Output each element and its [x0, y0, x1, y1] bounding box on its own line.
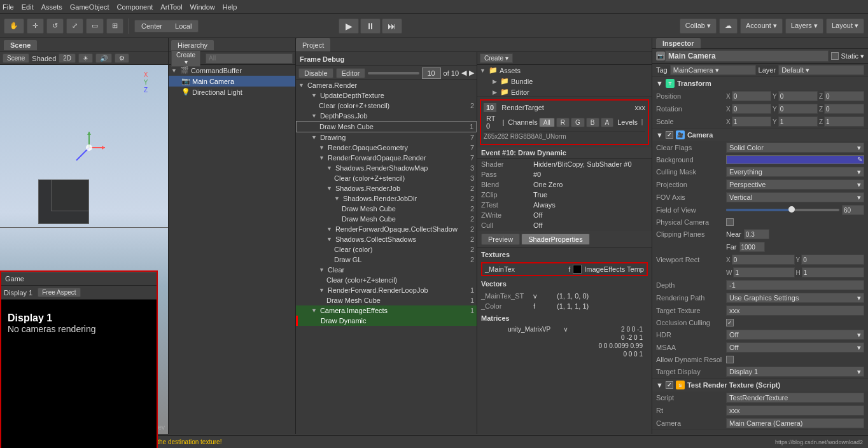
- debug-clear-color[interactable]: Clear (color)2: [296, 244, 477, 255]
- menu-edit[interactable]: Edit: [22, 3, 34, 11]
- ch-b-btn[interactable]: B: [586, 118, 599, 127]
- vp-w[interactable]: [733, 267, 794, 277]
- debug-forward-opaque[interactable]: ▼RenderForwardOpaque.Render7: [296, 153, 477, 163]
- debug-camera-render[interactable]: ▼Camera.Render: [296, 80, 477, 90]
- maintex-swatch[interactable]: [573, 265, 582, 274]
- disable-btn[interactable]: Disable: [298, 68, 333, 78]
- far-input[interactable]: [739, 242, 765, 252]
- scale-x-input[interactable]: [732, 116, 771, 127]
- pos-x-input[interactable]: [732, 91, 771, 101]
- scene-light-btn[interactable]: ☀: [78, 53, 93, 63]
- debug-render-loop[interactable]: ▼RenderForward.RenderLoopJob1: [296, 285, 477, 295]
- editor-btn[interactable]: Editor: [336, 68, 366, 78]
- menu-component[interactable]: Component: [116, 3, 153, 11]
- frame-debug-tab[interactable]: Frame Debug: [300, 55, 344, 63]
- object-name-input[interactable]: [665, 50, 829, 62]
- menu-gameobject[interactable]: GameObject: [70, 3, 109, 11]
- near-input[interactable]: [744, 229, 769, 239]
- fov-thumb[interactable]: [788, 206, 795, 213]
- color-edit-icon[interactable]: ✎: [857, 156, 862, 163]
- scene-tab[interactable]: Scene: [4, 40, 37, 50]
- script-script-field[interactable]: TestRenderTexture: [726, 393, 864, 403]
- vp-x[interactable]: [732, 255, 795, 265]
- debug-clear-4[interactable]: Clear (color+Z+stencil): [296, 275, 477, 285]
- cloud-button[interactable]: ☁: [719, 18, 738, 34]
- static-checkbox[interactable]: [831, 52, 839, 60]
- menu-arttool[interactable]: ArtTool: [160, 3, 182, 11]
- fov-slider[interactable]: [726, 209, 839, 211]
- tag-dropdown[interactable]: MainCamera ▾: [670, 65, 756, 75]
- hierarchy-item-maincamera[interactable]: 📷 Main Camera: [169, 76, 295, 87]
- clear-flags-dropdown[interactable]: Solid Color ▾: [726, 143, 864, 153]
- scene-audio-btn[interactable]: 🔊: [95, 53, 112, 63]
- debug-shadow-job-dir[interactable]: ▼Shadows.RenderJobDir2: [296, 193, 477, 204]
- occlusion-checkbox[interactable]: [726, 319, 734, 326]
- tool-scale[interactable]: ⤢: [66, 18, 83, 34]
- step-button[interactable]: ⏭: [382, 18, 402, 34]
- debug-clear-3[interactable]: ▼Clear: [296, 265, 477, 275]
- vp-y[interactable]: [801, 255, 864, 265]
- debug-drawing[interactable]: ▼Drawing7: [296, 132, 477, 143]
- projection-dropdown[interactable]: Perspective ▾: [726, 179, 864, 190]
- debug-draw-mesh-4[interactable]: Draw Mesh Cube1: [296, 295, 477, 305]
- script-enabled-checkbox[interactable]: [666, 381, 673, 389]
- tool-multi[interactable]: ⊞: [106, 18, 123, 34]
- hierarchy-item-commandbuffer[interactable]: ▼ 🎬 CommandBuffer: [169, 65, 295, 76]
- debug-image-effects[interactable]: ▼Camera.ImageEffects1: [296, 305, 477, 316]
- frame-next-btn[interactable]: ▶: [469, 69, 474, 77]
- debug-draw-mesh-3[interactable]: Draw Mesh Cube2: [296, 214, 477, 224]
- play-button[interactable]: ▶: [339, 18, 359, 34]
- pos-z-input[interactable]: [824, 91, 864, 101]
- allow-dynamic-checkbox[interactable]: [726, 356, 734, 363]
- target-display-dropdown[interactable]: Display 1 ▾: [726, 367, 864, 377]
- physical-camera-checkbox[interactable]: [726, 218, 734, 226]
- debug-clear-1[interactable]: Clear (color+Z+stencil)2: [296, 101, 477, 111]
- background-color-swatch[interactable]: ✎: [726, 155, 864, 164]
- menu-help[interactable]: Help: [223, 3, 237, 11]
- frame-slider[interactable]: [368, 72, 419, 74]
- pause-button[interactable]: ⏸: [360, 18, 381, 34]
- culling-mask-dropdown[interactable]: Everything ▾: [726, 167, 864, 177]
- scene-2d-btn[interactable]: 2D: [59, 53, 76, 63]
- debug-draw-gl[interactable]: Draw GL2: [296, 255, 477, 265]
- script-camera-field[interactable]: Main Camera (Camera): [726, 418, 864, 428]
- rot-z-input[interactable]: [824, 104, 864, 114]
- game-tab[interactable]: Game: [5, 275, 24, 283]
- scale-y-input[interactable]: [778, 116, 818, 127]
- script-header[interactable]: ▼ S Test Render Texture (Script): [652, 379, 868, 391]
- display-dropdown[interactable]: Display 1: [4, 289, 32, 297]
- menu-window[interactable]: Window: [190, 3, 215, 11]
- project-tab[interactable]: Project: [296, 38, 330, 52]
- tool-hand[interactable]: ✋: [4, 18, 24, 34]
- fov-value-input[interactable]: [842, 205, 864, 215]
- debug-draw-mesh-cube-1[interactable]: Draw Mesh Cube1: [296, 121, 477, 132]
- collab-button[interactable]: Collab ▾: [680, 18, 717, 34]
- menu-assets[interactable]: Assets: [41, 3, 62, 11]
- hierarchy-create-btn[interactable]: Create ▾: [171, 50, 200, 67]
- folder-editor[interactable]: ▶📁Editor: [477, 87, 652, 97]
- debug-collect-shadow[interactable]: ▼RenderForwardOpaque.CollectShadow2: [296, 224, 477, 234]
- hierarchy-tab[interactable]: Hierarchy: [171, 40, 214, 50]
- msaa-dropdown[interactable]: Off ▾: [726, 342, 864, 353]
- debug-depth-pass[interactable]: ▼DepthPass.Job: [296, 111, 477, 121]
- tool-move[interactable]: ✛: [27, 18, 44, 34]
- menu-file[interactable]: File: [3, 3, 14, 11]
- scene-fx-btn[interactable]: ⚙: [115, 53, 129, 63]
- preview-tab[interactable]: Preview: [481, 234, 520, 245]
- fov-axis-dropdown[interactable]: Vertical ▾: [726, 192, 864, 202]
- debug-draw-dynamic[interactable]: Draw Dynamic: [296, 316, 477, 326]
- ch-all-btn[interactable]: All: [539, 118, 555, 127]
- hierarchy-item-dirlight[interactable]: 💡 Directional Light: [169, 87, 295, 97]
- inspector-tab[interactable]: Inspector: [656, 38, 701, 48]
- layers-button[interactable]: Layers ▾: [785, 18, 823, 34]
- rot-x-input[interactable]: [732, 104, 771, 114]
- depth-input[interactable]: [726, 280, 864, 290]
- camera-enabled-checkbox[interactable]: [666, 131, 673, 139]
- debug-opaque-geom[interactable]: ▼Render.OpaqueGeometry7: [296, 143, 477, 153]
- tool-rect[interactable]: ▭: [86, 18, 104, 34]
- account-button[interactable]: Account ▾: [740, 18, 783, 34]
- layout-button[interactable]: Layout ▾: [826, 18, 864, 34]
- ch-r-btn[interactable]: R: [556, 118, 570, 127]
- ch-g-btn[interactable]: G: [571, 118, 585, 127]
- transform-header[interactable]: ▼ T Transform: [652, 77, 868, 90]
